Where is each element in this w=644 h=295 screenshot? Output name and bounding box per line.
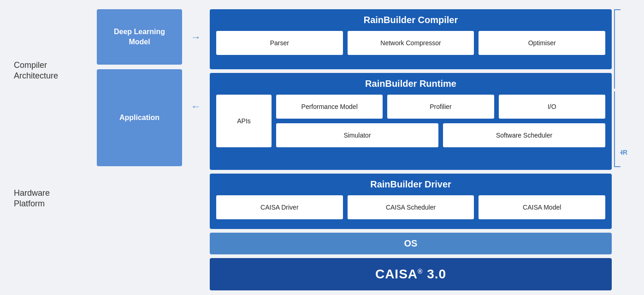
runtime-title: RainBuilder Runtime: [216, 78, 605, 89]
io-box: I/O: [499, 95, 605, 119]
simulator-box: Simulator: [276, 123, 438, 147]
application-box: Application: [97, 69, 182, 166]
ir-vert-line-top: [614, 10, 615, 89]
hardware-platform-label: Hardware Platform: [14, 188, 50, 210]
diagram-wrapper: Compiler Architecture Hardware Platform …: [5, 5, 639, 295]
os-title: OS: [404, 238, 418, 249]
driver-boxes-row: CAISA Driver CAISA Scheduler CAISA Model: [216, 195, 605, 219]
parser-box: Parser: [216, 31, 343, 55]
main-content: RainBuilder Compiler Parser Network Comp…: [210, 9, 612, 295]
caisa-superscript: ®: [418, 268, 423, 275]
caisa-section: CAISA® 3.0: [210, 258, 612, 290]
caisa-scheduler-box: CAISA Scheduler: [348, 195, 474, 219]
performance-model-box: Performance Model: [276, 95, 383, 119]
apis-box: APIs: [216, 95, 272, 147]
ir-vert-line-bottom: [614, 91, 615, 166]
caisa-model-box: CAISA Model: [479, 195, 605, 219]
arrow-left-application: ←: [191, 101, 201, 113]
compiler-title: RainBuilder Compiler: [216, 15, 605, 25]
deep-learning-model-box: Deep Learning Model: [97, 9, 182, 65]
ir-bracket-container: IR ←: [612, 5, 639, 295]
arrows-column: → ←: [182, 5, 210, 295]
optimiser-box: Optimiser: [479, 31, 605, 55]
ir-brace-bottom: [614, 91, 620, 167]
os-section: OS: [210, 233, 612, 254]
runtime-bottom-row: Simulator Software Scheduler: [276, 123, 605, 147]
ir-bottom-line: [614, 166, 620, 167]
arrow-right-deep-learning: →: [191, 31, 201, 43]
caisa-title: CAISA® 3.0: [375, 267, 446, 282]
compiler-boxes-row: Parser Network Compressor Optimiser: [216, 31, 605, 55]
left-boxes-column: Deep Learning Model Application: [97, 5, 182, 295]
driver-title: RainBuilder Driver: [216, 179, 605, 190]
profilier-box: Profilier: [387, 95, 494, 119]
rainbuilder-runtime-section: RainBuilder Runtime APIs Performance Mod…: [210, 73, 612, 170]
rainbuilder-compiler-section: RainBuilder Compiler Parser Network Comp…: [210, 9, 612, 69]
rainbuilder-driver-section: RainBuilder Driver CAISA Driver CAISA Sc…: [210, 174, 612, 229]
compiler-architecture-label: Compiler Architecture: [14, 60, 58, 82]
network-compressor-box: Network Compressor: [348, 31, 474, 55]
caisa-driver-box: CAISA Driver: [216, 195, 343, 219]
ir-top-line: [614, 9, 620, 10]
left-labels: Compiler Architecture Hardware Platform: [5, 5, 97, 295]
runtime-inner: APIs Performance Model Profilier I/O Sim…: [216, 95, 605, 147]
runtime-top-row: Performance Model Profilier I/O: [276, 95, 605, 119]
software-scheduler-box: Software Scheduler: [443, 123, 605, 147]
runtime-right-panel: Performance Model Profilier I/O Simulato…: [276, 95, 605, 147]
